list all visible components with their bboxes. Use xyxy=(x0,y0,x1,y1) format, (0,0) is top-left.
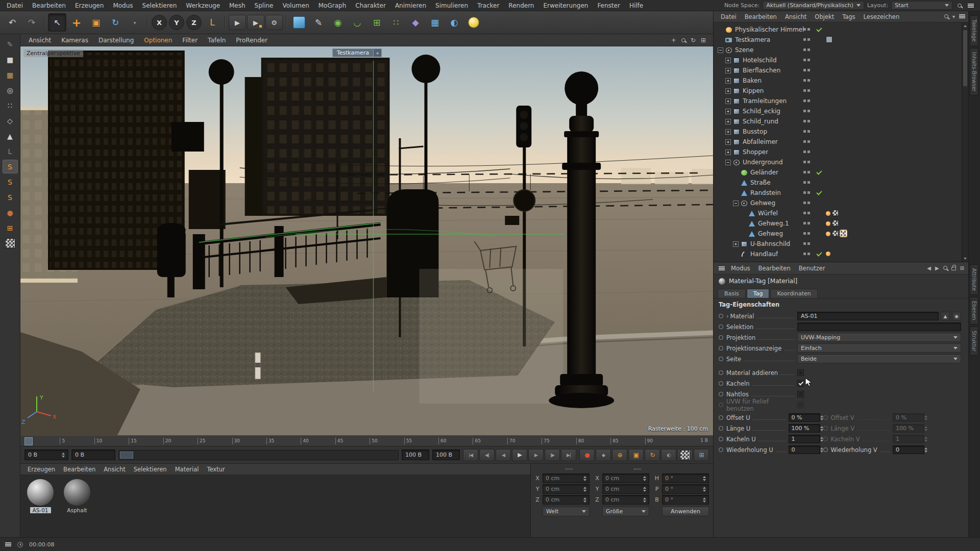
enable-check-icon[interactable] xyxy=(816,128,823,135)
object-label[interactable]: Schild_eckig xyxy=(743,108,780,115)
menu-item[interactable]: Spline xyxy=(250,2,278,9)
expander-icon[interactable] xyxy=(725,98,731,104)
checkbox[interactable] xyxy=(797,391,804,397)
expander-icon[interactable] xyxy=(733,201,739,206)
selection-link-field[interactable] xyxy=(797,322,961,331)
object-label[interactable]: Physikalischer Himmel xyxy=(735,26,804,33)
menu-item[interactable]: MoGraph xyxy=(314,2,351,9)
enable-check-icon[interactable] xyxy=(816,240,823,247)
node-space-select[interactable]: Aktuell (Standard/Physikalisch) xyxy=(763,1,864,10)
object-label[interactable]: Underground xyxy=(743,159,783,166)
current-frame-field[interactable]: 0 B xyxy=(24,449,68,460)
tree-row[interactable]: Gehweg xyxy=(714,229,968,239)
enable-check-icon[interactable] xyxy=(816,138,823,145)
toolbar-sep-2[interactable] xyxy=(147,15,148,30)
visibility-dots[interactable] xyxy=(803,59,810,61)
tag-icon[interactable] xyxy=(826,211,830,216)
scroll-thumb[interactable] xyxy=(963,30,967,86)
tree-row[interactable]: Straße xyxy=(714,178,968,188)
viewport-menu-item[interactable]: Darstellung xyxy=(93,37,139,44)
toolbar-sep-1[interactable] xyxy=(44,15,45,30)
anim-toggle-icon[interactable] xyxy=(719,335,723,340)
visibility-dots[interactable] xyxy=(803,191,810,194)
search-icon[interactable] xyxy=(944,14,948,19)
expander-icon[interactable] xyxy=(725,68,731,73)
prev-frame-button[interactable]: ◀ xyxy=(496,449,511,461)
next-frame-button[interactable]: ▶ xyxy=(528,449,544,461)
enable-check-icon[interactable] xyxy=(816,189,823,196)
scale-tool-button[interactable]: ▣ xyxy=(87,13,105,32)
camera-move-icon[interactable]: + xyxy=(374,48,382,57)
tree-row[interactable]: Gehweg xyxy=(714,198,968,208)
visibility-dots[interactable] xyxy=(803,89,810,92)
anim-toggle-icon[interactable] xyxy=(719,314,723,318)
dock-tab[interactable]: Inhalts-Browser xyxy=(970,48,978,95)
expander-icon[interactable] xyxy=(725,88,731,94)
numeric-input[interactable]: 100 % xyxy=(893,424,924,433)
expander-icon[interactable] xyxy=(725,149,731,155)
enable-check-icon[interactable] xyxy=(816,67,823,74)
enable-check-icon[interactable] xyxy=(816,77,823,84)
numeric-input[interactable]: 0 xyxy=(893,445,924,454)
viewport-menu-item[interactable]: Filter xyxy=(177,37,203,44)
points-mode-button[interactable]: ∷ xyxy=(3,98,18,112)
viewport-menu-item[interactable]: Optionen xyxy=(139,37,177,44)
tag-icon[interactable] xyxy=(826,232,830,236)
object-label[interactable]: Straße xyxy=(750,179,771,186)
camera-tab[interactable]: Testkamera + xyxy=(332,48,382,57)
checkbox[interactable] xyxy=(797,380,804,387)
material-item[interactable]: AS-01 xyxy=(26,479,55,513)
enable-check-icon[interactable] xyxy=(816,148,823,156)
material-thumbnail[interactable] xyxy=(27,479,54,506)
enable-check-icon[interactable] xyxy=(816,169,823,176)
menu-item[interactable]: Werkzeuge xyxy=(181,2,225,9)
anim-toggle-icon[interactable] xyxy=(823,437,828,441)
enable-check-icon[interactable] xyxy=(816,87,823,94)
tree-row[interactable]: Würfel xyxy=(714,208,968,218)
visibility-dots[interactable] xyxy=(803,48,810,51)
rotate-view-icon[interactable]: ↻ xyxy=(691,37,696,44)
workplane-button[interactable]: L xyxy=(203,13,222,32)
dock-tab[interactable]: Ebenen xyxy=(970,297,978,324)
go-end-button[interactable]: ▶| xyxy=(561,449,576,461)
visibility-dots[interactable] xyxy=(803,38,810,41)
sim-object-button[interactable]: S xyxy=(3,190,18,204)
enable-check-icon[interactable] xyxy=(816,230,823,237)
object-menu-item[interactable]: Lesezeichen xyxy=(860,13,904,20)
expander-icon[interactable] xyxy=(725,139,731,145)
tree-row[interactable]: Geländer xyxy=(714,167,968,178)
record-scale-button[interactable]: ▣ xyxy=(628,449,644,461)
attribute-menu-item[interactable]: Bearbeiten xyxy=(754,265,795,272)
toolbar-sep-4[interactable] xyxy=(286,15,287,30)
anim-toggle-icon[interactable] xyxy=(823,426,828,431)
expander-icon[interactable] xyxy=(725,129,731,135)
object-label[interactable]: U-Bahnschild xyxy=(750,240,790,247)
object-label[interactable]: Würfel xyxy=(758,210,778,217)
anim-toggle-icon[interactable] xyxy=(823,415,828,420)
dropdown-select[interactable]: UVW-Mapping xyxy=(797,333,961,342)
attribute-tab[interactable]: Tag xyxy=(747,289,770,298)
simulation-mode-button[interactable]: S xyxy=(3,160,18,173)
expander-icon[interactable] xyxy=(725,109,731,114)
cloner-button[interactable]: ⊞ xyxy=(368,13,386,32)
render-picture-button[interactable]: ▶ xyxy=(247,15,264,30)
make-editable-button[interactable]: ✎ xyxy=(3,37,18,51)
material-menu-item[interactable]: Selektieren xyxy=(130,466,171,473)
status-menu-icon[interactable] xyxy=(5,542,11,546)
add-cube-button[interactable] xyxy=(290,13,308,32)
menu-item[interactable]: Datei xyxy=(2,2,28,9)
tree-row[interactable]: Abfalleimer xyxy=(714,137,968,147)
expander-icon[interactable] xyxy=(725,119,731,124)
panel-options-icon[interactable]: ⊞ xyxy=(960,265,964,271)
enable-check-icon[interactable] xyxy=(816,210,823,217)
tree-row[interactable]: Randstein xyxy=(714,188,968,198)
subdivision-surface-button[interactable]: ◉ xyxy=(329,13,347,32)
object-label[interactable]: Handlauf xyxy=(750,251,778,258)
attribute-menu-item[interactable]: Benutzer xyxy=(795,265,829,272)
history-back-icon[interactable]: ◀ xyxy=(927,265,931,271)
material-menu-item[interactable]: Textur xyxy=(203,466,229,473)
sim-scene-button[interactable]: S xyxy=(3,175,18,189)
numeric-input[interactable]: 0 % xyxy=(893,413,924,422)
keyframe-selection-button[interactable]: ⊞ xyxy=(694,449,709,461)
anim-toggle-icon[interactable] xyxy=(719,357,723,361)
